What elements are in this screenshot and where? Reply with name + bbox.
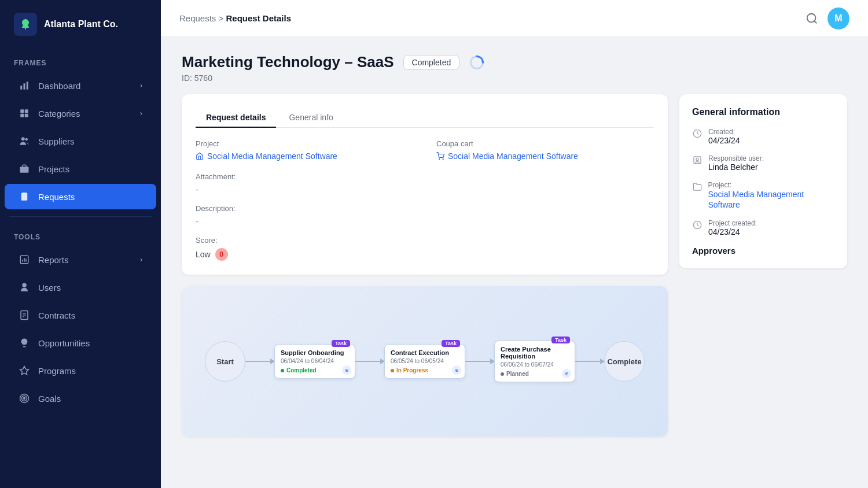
task-action-3[interactable]: ⊕ [562,369,571,378]
coupa-cart-link[interactable]: Social Media Management Software [436,151,654,161]
created-value: 04/23/24 [708,136,740,145]
requests-label: Requests [38,192,75,202]
workflow-task-3[interactable]: Task Create Purchase Requisition 06/06/2… [494,341,575,382]
svg-point-8 [21,137,25,141]
page-header: Marketing Technology – SaaS Completed [182,53,847,71]
workflow-task-2[interactable]: Task Contract Execution 06/05/24 to 06/0… [384,344,465,379]
sidebar-item-projects[interactable]: Projects [5,156,156,182]
person-icon [19,282,30,293]
users-label: Users [38,283,61,293]
sidebar-divider [9,216,152,217]
sidebar-item-dashboard[interactable]: Dashboard › [5,73,156,98]
score-label: Score: [196,236,654,245]
app-name: Atlanta Plant Co. [44,19,118,29]
score-field: Score: Low 0 [196,236,654,261]
tools-section-label: Tools [0,223,161,246]
sidebar-item-programs[interactable]: Programs [5,358,156,383]
breadcrumb-separator: > [219,13,226,23]
svg-point-33 [439,159,440,160]
project-info-link[interactable]: Social Media Management Software [708,190,804,209]
status-badge: Completed [403,55,460,70]
task-date-3: 06/06/24 to 06/07/24 [501,361,569,368]
workflow-end-node: Complete [604,341,645,382]
score-low-label: Low [196,250,211,259]
loading-spinner-icon [469,54,485,71]
sidebar-item-goals[interactable]: Goals [5,386,156,411]
sidebar-item-requests[interactable]: Requests [5,184,156,209]
clock-2-icon [692,220,703,230]
contract-icon [19,309,30,321]
contracts-label: Contracts [38,310,75,320]
sidebar-item-suppliers[interactable]: Suppliers [5,128,156,154]
sidebar-item-contracts[interactable]: Contracts [5,302,156,328]
workflow-task-1[interactable]: Task Supplier Onboarding 06/04/24 to 06/… [274,344,355,379]
coupa-cart-label: Coupa cart [436,139,654,148]
sidebar-item-categories[interactable]: Categories › [5,101,156,126]
breadcrumb: Requests > Request Details [179,13,291,23]
request-details-card: Request details General info Project Soc… [182,94,668,275]
attachment-label: Attachment: [196,172,654,181]
project-link[interactable]: Social Media Management Software [196,151,413,161]
task-name-2: Contract Execution [391,349,459,356]
chart-bar-icon [19,80,30,91]
project-info-row: Project: Social Media Management Softwar… [692,181,834,210]
svg-rect-5 [25,109,28,113]
logo-icon [14,13,37,36]
task-status-1: Completed [281,367,349,374]
sidebar: Atlanta Plant Co. Frames Dashboard › Cat… [0,0,161,488]
avatar[interactable]: M [827,8,849,29]
chevron-right-icon: › [140,109,142,117]
svg-marker-24 [20,367,29,375]
svg-rect-6 [20,114,24,117]
search-button[interactable] [806,12,818,25]
svg-rect-3 [27,82,28,90]
general-info-title: General information [692,107,834,117]
star-icon [19,365,30,376]
svg-rect-7 [25,114,28,117]
svg-point-18 [22,283,27,288]
opportunities-label: Opportunities [38,338,90,348]
right-column: General information Created: 04/23/24 [679,94,847,472]
created-row: Created: 04/23/24 [692,128,834,145]
project-value: Social Media Management Software [207,151,337,161]
user-icon [692,155,703,165]
main-content: Requests > Request Details M Marketing T… [161,0,868,488]
workflow-start-node: Start [205,341,245,382]
general-info-card: General information Created: 04/23/24 [679,94,847,268]
score-row: Low 0 [196,248,654,261]
dashboard-label: Dashboard [38,81,80,91]
folder-icon [692,182,702,192]
tabs: Request details General info [196,108,654,128]
tab-general-info[interactable]: General info [278,108,343,128]
projects-label: Projects [38,164,69,174]
sidebar-item-reports[interactable]: Reports › [5,247,156,272]
task-action-1[interactable]: ⊕ [342,365,351,375]
reports-label: Reports [38,255,69,265]
breadcrumb-parent: Requests [179,13,216,23]
app-logo: Atlanta Plant Co. [0,0,161,49]
project-created-value: 04/23/24 [708,227,757,236]
coupa-cart-value: Social Media Management Software [448,151,578,161]
workflow-arrow-2 [355,361,384,362]
project-coupa-row: Project Social Media Management Software… [196,139,654,161]
sidebar-item-opportunities[interactable]: Opportunities [5,330,156,356]
svg-rect-10 [20,167,29,173]
task-badge-2: Task [442,340,460,347]
project-info-content: Project: Social Media Management Softwar… [708,181,834,210]
tab-request-details[interactable]: Request details [196,108,276,128]
frames-section-label: Frames [0,49,161,72]
categories-label: Categories [38,109,80,119]
task-action-2[interactable]: ⊕ [452,365,461,375]
svg-rect-1 [20,86,22,90]
task-status-2: In Progress [391,367,459,374]
programs-label: Programs [38,366,76,376]
clock-icon [692,128,703,139]
svg-point-32 [482,61,484,64]
svg-rect-4 [20,109,24,113]
sidebar-item-users[interactable]: Users [5,275,156,300]
project-info-label: Project: [708,181,834,189]
attachment-field: Attachment: - [196,172,654,195]
clipboard-icon [19,191,30,202]
project-created-content: Project created: 04/23/24 [708,219,757,236]
task-date-1: 06/04/24 to 06/04/24 [281,358,349,364]
